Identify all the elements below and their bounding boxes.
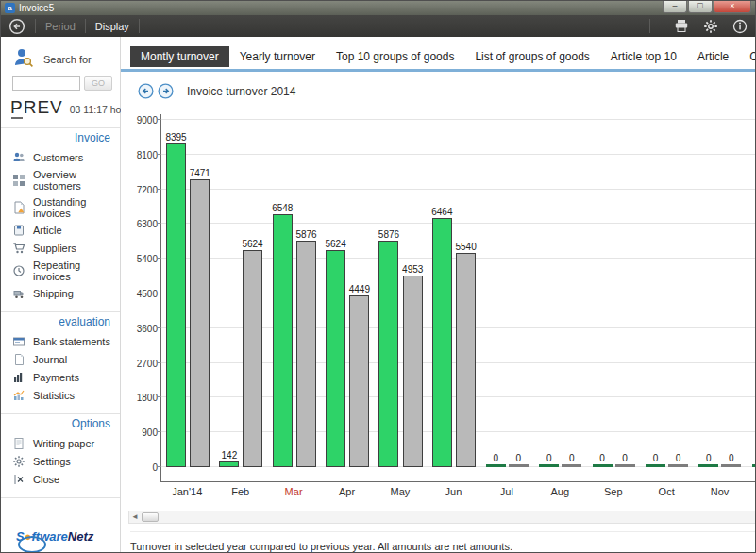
cart-icon bbox=[12, 242, 25, 255]
sidebar-item-repeating-invoices[interactable]: Repeating invoices bbox=[1, 257, 120, 284]
sidebar-item-overview-customers[interactable]: Overview customers bbox=[1, 166, 120, 193]
main-panel: Montly turnoverYearly turnoverTop 10 gro… bbox=[121, 37, 756, 552]
scrollbar-thumb[interactable] bbox=[142, 512, 159, 522]
close-button[interactable]: × bbox=[714, 1, 751, 13]
clock-icon bbox=[12, 264, 25, 277]
app-icon: a bbox=[5, 3, 15, 13]
bar-wrap: 6548 bbox=[272, 203, 293, 467]
gear-icon[interactable] bbox=[703, 19, 718, 34]
bar-group-jan-14: 83957471 bbox=[161, 132, 214, 467]
sidebar-item-customers[interactable]: Customers bbox=[1, 148, 120, 166]
title-bar: a Invoice5 – □ × bbox=[1, 1, 755, 15]
maximize-button[interactable]: □ bbox=[688, 1, 713, 13]
bar-value-label: 0 bbox=[653, 453, 659, 463]
section-header-evaluation: evaluation bbox=[1, 312, 120, 332]
sidebar-item-bank-statements[interactable]: Bank statements bbox=[1, 332, 120, 350]
tab-top-10-groups-of-goods[interactable]: Top 10 groups of goods bbox=[326, 46, 464, 67]
x-axis-label-nov: Nov bbox=[693, 486, 746, 497]
y-axis-label: 4500 bbox=[126, 289, 158, 299]
print-icon[interactable] bbox=[674, 19, 689, 33]
window-controls: – □ × bbox=[662, 1, 751, 13]
bar-wrap: 5624 bbox=[242, 239, 262, 467]
toolbar: Period Display bbox=[1, 15, 755, 37]
x-axis-label-aug: Aug bbox=[533, 486, 586, 497]
bar-wrap: 0 bbox=[721, 453, 741, 467]
bar-value-label: 6548 bbox=[272, 203, 293, 213]
payments-chart-icon bbox=[12, 371, 25, 384]
info-icon[interactable] bbox=[732, 19, 748, 34]
gear-icon bbox=[12, 455, 25, 468]
bar-value-label: 0 bbox=[599, 453, 605, 463]
bar-group-aug: 00 bbox=[534, 453, 587, 467]
toolbar-separator bbox=[649, 19, 650, 33]
sidebar-item-article[interactable]: Article bbox=[1, 221, 120, 239]
users-icon bbox=[12, 151, 25, 164]
sidebar-item-payments[interactable]: Payments bbox=[1, 368, 120, 386]
bar bbox=[562, 464, 581, 467]
bar-value-label: 0 bbox=[569, 453, 575, 463]
sidebar-item-writing-paper[interactable]: Writing paper bbox=[1, 434, 120, 452]
y-axis-label: 1800 bbox=[126, 393, 158, 403]
sidebar-item-label: Customers bbox=[33, 152, 83, 163]
menu-period[interactable]: Period bbox=[45, 21, 76, 32]
sidebar-item-settings[interactable]: Settings bbox=[1, 452, 120, 470]
sidebar-item-statistics[interactable]: Statistics bbox=[1, 386, 120, 404]
sidebar-item-suppliers[interactable]: Suppliers bbox=[1, 239, 120, 257]
y-axis-label: 7200 bbox=[126, 185, 158, 195]
sidebar-item-label: Repeating invoices bbox=[33, 260, 116, 282]
sidebar-item-label: Overview customers bbox=[33, 169, 116, 192]
bar-value-label: 0 bbox=[729, 453, 734, 463]
y-axis-label: 6300 bbox=[126, 219, 158, 229]
sidebar-item-shipping[interactable]: Shipping bbox=[1, 284, 120, 302]
bar-wrap: 5876 bbox=[378, 229, 399, 467]
x-axis-label-feb: Feb bbox=[213, 486, 266, 497]
tab-customers[interactable]: Customers bbox=[739, 46, 756, 67]
bar-value-label: 4953 bbox=[402, 264, 423, 275]
logo-suffix: Netz bbox=[68, 529, 93, 544]
next-period-icon[interactable] bbox=[158, 83, 174, 99]
bar-wrap: 0 bbox=[668, 453, 688, 467]
bar-value-label: 0 bbox=[516, 453, 522, 463]
bar-value-label: 0 bbox=[622, 453, 628, 463]
sidebar-item-label: Statistics bbox=[33, 390, 75, 401]
minimize-button[interactable]: – bbox=[663, 1, 687, 13]
search-input[interactable] bbox=[12, 76, 80, 91]
scroll-left-icon[interactable]: ◄ bbox=[129, 511, 141, 523]
bar bbox=[243, 250, 262, 467]
tab-article-top-10[interactable]: Article top 10 bbox=[600, 46, 687, 67]
prev-label[interactable]: PREV bbox=[10, 97, 63, 118]
tab-article[interactable]: Article bbox=[687, 46, 739, 67]
sidebar-item-label: Bank statements bbox=[33, 336, 110, 347]
softwarenetz-logo: S●ftwareNetz bbox=[16, 529, 93, 544]
sidebar-item-oustanding-invoices[interactable]: Oustanding invoices bbox=[1, 193, 120, 221]
tab-list-of-groups-of-goods[interactable]: List of groups of goods bbox=[464, 46, 599, 67]
y-axis-label: 900 bbox=[126, 427, 158, 438]
bar bbox=[349, 295, 369, 467]
y-axis-label: 8100 bbox=[126, 150, 158, 160]
bar-group-may: 58764953 bbox=[374, 229, 427, 467]
bar-value-label: 0 bbox=[706, 453, 712, 463]
sidebar-section-evaluation: evaluationBank statementsJournalPayments… bbox=[1, 311, 120, 404]
bar-value-label: 5876 bbox=[295, 229, 316, 240]
footer-note: Turnover in selected year compared to pr… bbox=[130, 531, 756, 552]
x-axis-label-apr: Apr bbox=[320, 486, 373, 497]
bar bbox=[219, 461, 239, 467]
back-icon[interactable] bbox=[8, 18, 25, 35]
horizontal-scrollbar[interactable]: ◄ ► bbox=[128, 511, 756, 524]
sidebar-item-journal[interactable]: Journal bbox=[1, 350, 120, 368]
sidebar-item-close[interactable]: Close bbox=[1, 470, 120, 488]
x-axis-label-may: May bbox=[374, 486, 427, 497]
bar-value-label: 0 bbox=[676, 453, 681, 463]
bar-group-mar: 65485876 bbox=[268, 203, 321, 467]
close-icon bbox=[12, 473, 25, 486]
tab-yearly-turnover[interactable]: Yearly turnover bbox=[229, 46, 326, 67]
bar-group-jun: 64645540 bbox=[428, 207, 480, 467]
prev-period-icon[interactable] bbox=[138, 83, 154, 99]
tab-montly-turnover[interactable]: Montly turnover bbox=[130, 46, 229, 67]
turnover-chart: 0900180027003600450054006300720081009000… bbox=[126, 114, 756, 505]
go-button[interactable]: GO bbox=[84, 76, 112, 91]
x-axis-label-jun: Jun bbox=[427, 486, 479, 497]
bar bbox=[486, 464, 506, 467]
menu-display[interactable]: Display bbox=[95, 21, 129, 32]
x-axis-label-oct: Oct bbox=[640, 486, 693, 497]
